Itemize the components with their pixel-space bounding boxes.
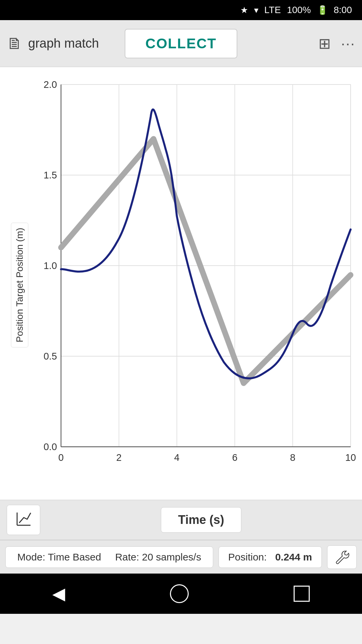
battery-level: 100% <box>287 5 311 15</box>
svg-text:2: 2 <box>116 452 122 463</box>
bluetooth-icon: ★ <box>240 5 248 15</box>
bottom-toolbar: Time (s) <box>0 500 362 540</box>
status-bar: ★ ▾ LTE 100% 🔋 8:00 <box>0 0 362 20</box>
sensor-bar: Mode: Time Based Rate: 20 samples/s Posi… <box>0 540 362 574</box>
chart-svg: 2.0 1.5 1.0 0.5 0.0 0 2 4 6 8 10 <box>37 80 359 483</box>
svg-text:2.0: 2.0 <box>44 80 57 90</box>
svg-text:6: 6 <box>232 452 237 463</box>
chart-container: Position Target Position (m) <box>0 67 362 500</box>
svg-text:0: 0 <box>58 452 64 463</box>
lte-indicator: LTE <box>264 5 281 15</box>
top-bar-left: 🗎 graph match <box>7 34 125 53</box>
graph-match-label: graph match <box>28 36 99 51</box>
svg-text:4: 4 <box>174 452 180 463</box>
svg-text:0.0: 0.0 <box>44 441 57 452</box>
clock: 8:00 <box>334 5 352 15</box>
back-button[interactable]: ◀ <box>52 584 65 603</box>
collect-button[interactable]: COLLECT <box>125 29 237 58</box>
document-icon: 🗎 <box>7 34 23 53</box>
position-value: 0.244 m <box>275 551 312 562</box>
top-bar-right: ⊞ ··· <box>237 35 355 52</box>
top-bar: 🗎 graph match COLLECT ⊞ ··· <box>0 20 362 67</box>
position-button[interactable]: Position: 0.244 m <box>219 546 322 568</box>
y-axis-label: Position Target Position (m) <box>11 223 28 347</box>
recents-button[interactable] <box>294 586 310 602</box>
svg-text:0.5: 0.5 <box>44 351 57 362</box>
svg-text:10: 10 <box>345 452 356 463</box>
rate-label: Rate: 20 samples/s <box>115 551 201 562</box>
svg-text:1.0: 1.0 <box>44 260 57 271</box>
more-options-icon[interactable]: ··· <box>341 35 355 52</box>
layout-icon[interactable]: ⊞ <box>318 35 331 52</box>
y-axis-label-container: Position Target Position (m) <box>5 218 35 352</box>
home-button[interactable] <box>170 584 189 603</box>
autoscale-button[interactable] <box>7 505 40 535</box>
svg-text:8: 8 <box>290 452 295 463</box>
position-label: Position: <box>228 551 267 562</box>
mode-rate-button[interactable]: Mode: Time Based Rate: 20 samples/s <box>5 546 213 568</box>
time-label-button[interactable]: Time (s) <box>161 507 241 533</box>
wifi-icon: ▾ <box>254 5 258 15</box>
svg-text:1.5: 1.5 <box>44 170 57 180</box>
nav-bar: ◀ <box>0 574 362 614</box>
autoscale-icon <box>14 509 33 531</box>
mode-label: Mode: Time Based <box>17 551 101 562</box>
battery-icon: 🔋 <box>317 5 328 15</box>
wrench-button[interactable] <box>327 545 357 569</box>
